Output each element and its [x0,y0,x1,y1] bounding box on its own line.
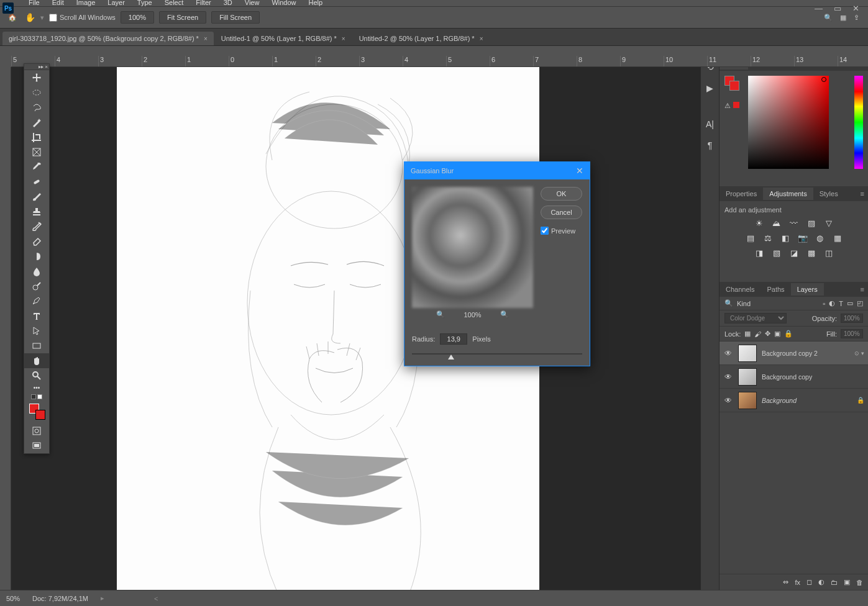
path-select-tool[interactable] [24,323,49,338]
zoom-tool[interactable] [24,368,49,383]
lock-artboard-icon[interactable]: ▣ [774,330,780,338]
preview-checkbox[interactable]: Preview [541,227,582,235]
paragraph-icon[interactable]: ¶ [704,139,716,152]
screen-mode-tool[interactable] [24,438,49,453]
blur-tool[interactable] [24,264,49,279]
layer-row[interactable]: 👁Background copy 2⊙ ▾ [720,341,868,365]
lookup-icon[interactable]: ▦ [832,232,843,243]
fill-screen-button[interactable]: Fill Screen [211,11,260,24]
document-tab[interactable]: Untitled-2 @ 50% (Layer 1, RGB/8#) *× [353,32,490,45]
balance-icon[interactable]: ⚖ [762,232,774,243]
blend-mode-select[interactable]: Color Dodge [724,313,787,323]
photo-filter-icon[interactable]: 📷 [797,232,808,243]
menu-edit[interactable]: Edit [46,0,70,8]
dialog-titlebar[interactable]: Gaussian Blur ✕ [404,162,590,179]
actions-icon[interactable]: ▶ [704,82,716,94]
panel-menu-icon[interactable]: ≡ [857,286,868,293]
zoom-in-icon[interactable]: 🔍 [500,310,509,319]
gradient-tool[interactable] [24,249,49,264]
share-icon[interactable]: ⇪ [854,14,859,22]
tab-styles[interactable]: Styles [813,188,844,200]
move-tool[interactable] [24,70,49,85]
tab-close-icon[interactable]: × [204,35,208,42]
tab-channels[interactable]: Channels [720,283,761,296]
fit-screen-button[interactable]: Fit Screen [159,11,206,24]
hand-tool-icon[interactable]: ✋ [25,12,35,22]
close-button[interactable]: ✕ [852,4,859,13]
dialog-close-icon[interactable]: ✕ [576,166,583,176]
cancel-button[interactable]: Cancel [541,206,582,219]
tab-layers[interactable]: Layers [791,283,824,296]
maximize-button[interactable]: ▭ [834,4,841,13]
invert-icon[interactable]: ◨ [754,247,765,258]
menu-select[interactable]: Select [158,0,190,8]
crop-tool[interactable] [24,130,49,145]
brush-tool[interactable] [24,189,49,204]
hue-icon[interactable]: ▤ [745,232,756,243]
menu-file[interactable]: File [22,0,46,8]
color-swatch-pair[interactable] [724,76,739,91]
filter-type-icon[interactable]: T [839,300,843,307]
visibility-icon[interactable]: 👁 [723,349,733,358]
marquee-tool[interactable] [24,85,49,100]
layer-row[interactable]: 👁Background copy [720,365,868,389]
menu-image[interactable]: Image [70,0,102,8]
document-tab[interactable]: girl-3033718_1920.jpg @ 50% (Background … [2,32,214,45]
eraser-tool[interactable] [24,234,49,249]
radius-input[interactable] [440,333,467,345]
threshold-icon[interactable]: ◪ [788,247,800,258]
hue-slider[interactable] [854,76,863,169]
exposure-icon[interactable]: ▨ [806,217,817,228]
edit-toolbar[interactable]: ••• [24,383,49,392]
pen-tool[interactable] [24,294,49,309]
eyedropper-tool[interactable] [24,160,49,174]
menu-layer[interactable]: Layer [101,0,131,8]
tab-close-icon[interactable]: × [342,35,345,42]
posterize-icon[interactable]: ▧ [771,247,782,258]
tab-properties[interactable]: Properties [720,188,763,200]
filter-adj-icon[interactable]: ◐ [829,299,835,307]
visibility-icon[interactable]: 👁 [723,373,733,381]
bw-icon[interactable]: ◧ [780,232,791,243]
radius-slider[interactable] [404,353,590,366]
lock-move-icon[interactable]: ✥ [765,330,770,338]
menu-window[interactable]: Window [265,0,302,8]
menu-view[interactable]: View [239,0,266,8]
zoom-level-button[interactable]: 100% [121,11,154,24]
workspace-icon[interactable]: ▦ [840,14,846,22]
levels-icon[interactable]: ⛰ [771,217,782,228]
dodge-tool[interactable] [24,279,49,294]
canvas-area[interactable] [11,67,700,590]
selective-icon[interactable]: ◫ [823,247,834,258]
search-icon[interactable]: 🔍 [824,14,833,22]
layer-mask-icon[interactable]: ◻ [806,578,812,586]
opacity-input[interactable] [841,314,863,323]
toolbox-grip[interactable]: ▸▸ × [24,64,49,70]
wand-tool[interactable] [24,115,49,130]
fg-bg-swatches[interactable] [24,401,49,423]
hand-tool[interactable] [24,353,49,368]
visibility-icon[interactable]: 👁 [723,396,733,405]
zoom-out-icon[interactable]: 🔍 [436,310,445,319]
menu-3d[interactable]: 3D [217,0,239,8]
lock-transparent-icon[interactable]: ▦ [744,330,751,338]
frame-tool[interactable] [24,145,49,160]
filter-pixel-icon[interactable]: ▫ [823,300,825,307]
menu-type[interactable]: Type [131,0,158,8]
mixer-icon[interactable]: ◍ [815,232,826,243]
ok-button[interactable]: OK [541,187,582,201]
tab-close-icon[interactable]: × [480,35,483,42]
stamp-tool[interactable] [24,204,49,219]
delete-layer-icon[interactable]: 🗑 [856,579,863,586]
history-brush-tool[interactable] [24,219,49,234]
link-layers-icon[interactable]: ⇔ [783,578,788,586]
shape-tool[interactable] [24,338,49,353]
healing-tool[interactable] [24,174,49,189]
vibrance-icon[interactable]: ▽ [823,217,834,228]
curves-icon[interactable]: 〰 [788,217,800,228]
lock-paint-icon[interactable]: 🖌 [754,330,761,338]
filter-smart-icon[interactable]: ◰ [857,299,863,307]
lasso-tool[interactable] [24,100,49,115]
filter-shape-icon[interactable]: ▭ [847,299,853,307]
brightness-icon[interactable]: ☀ [754,217,765,228]
